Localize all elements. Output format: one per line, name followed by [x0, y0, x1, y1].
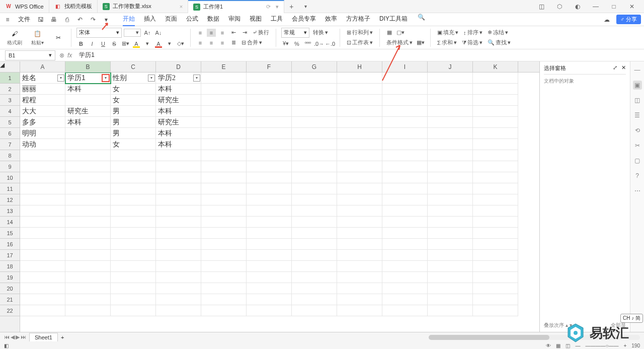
cut-group[interactable]: ✂ [51, 33, 66, 42]
select-all-corner[interactable]: ◢ [0, 61, 20, 72]
format-painter-group[interactable]: 🖌格式刷 [5, 29, 24, 46]
tab-view[interactable]: 视图 [250, 13, 262, 26]
rail-filter-icon[interactable]: ☰ [633, 111, 642, 120]
col-E[interactable]: E [201, 61, 247, 72]
row-7[interactable]: 7 [0, 139, 20, 150]
col-D[interactable]: D [156, 61, 201, 72]
tab-start[interactable]: 开始 [123, 13, 135, 26]
cancel-formula-icon[interactable]: ⊗ [59, 52, 64, 59]
tab-list-button[interactable]: ▾ [298, 0, 312, 13]
align-bottom-icon[interactable]: ≡ [218, 29, 227, 37]
pane-close-icon[interactable]: ✕ [621, 64, 626, 71]
find-button[interactable]: 🔍查找▾ [486, 39, 512, 47]
indent-left-icon[interactable]: ⇤ [229, 29, 238, 37]
cell-C1[interactable]: 性别▾ [111, 73, 156, 84]
col-K[interactable]: K [473, 61, 518, 72]
col-J[interactable]: J [428, 61, 473, 72]
percent-icon[interactable]: % [292, 40, 301, 48]
menu-icon[interactable]: ≡ [3, 15, 12, 24]
tab-diy[interactable]: DIY工具箱 [379, 13, 408, 26]
sheet-last-icon[interactable]: ⏭ [21, 334, 26, 340]
share-button[interactable]: ♂ 分享 [616, 15, 641, 24]
row-18[interactable]: 18 [0, 261, 20, 272]
font-grow-icon[interactable]: A↑ [143, 29, 152, 37]
rail-style-icon[interactable]: ◫ [633, 96, 642, 105]
row-col-button[interactable]: ⊞行和列▾ [345, 29, 374, 37]
minimize-button[interactable]: — [589, 0, 603, 13]
highlight-button[interactable]: A [132, 40, 141, 48]
merge-button[interactable]: ⊟合并▾ [240, 39, 264, 47]
font-color-button[interactable]: A [154, 40, 163, 48]
col-I[interactable]: I [382, 61, 428, 72]
fill-button[interactable]: ▣填充▾ [436, 29, 460, 37]
fx-icon[interactable]: fx [67, 52, 72, 59]
name-box[interactable]: B1▾ [5, 50, 55, 60]
col-G[interactable]: G [292, 61, 337, 72]
zoom-in-icon[interactable]: + [623, 343, 626, 348]
sheet-first-icon[interactable]: ⏮ [4, 334, 10, 340]
clear-format-button[interactable]: ◇▾ [176, 40, 185, 48]
row-9[interactable]: 9 [0, 161, 20, 172]
ime-badge[interactable]: CH ♪ 简 [620, 314, 643, 323]
rail-more-icon[interactable]: ⋯ [633, 186, 642, 195]
row-12[interactable]: 12 [0, 194, 20, 205]
row-19[interactable]: 19 [0, 272, 20, 283]
align-center-icon[interactable]: ≡ [207, 39, 216, 47]
cell-A1[interactable]: 姓名▾ [20, 73, 65, 84]
print-icon[interactable]: 🖶 [49, 15, 58, 24]
tab-efficiency[interactable]: 效率 [325, 13, 337, 26]
cond-format-button[interactable]: 条件格式▾ [385, 39, 414, 47]
tab-workbook-count[interactable]: S工作簿数量.xlsx× [98, 0, 188, 13]
row-15[interactable]: 15 [0, 228, 20, 239]
rail-select-icon[interactable]: ▣ [633, 81, 642, 90]
filter-dropdown-B1[interactable]: ▾ [102, 74, 110, 82]
tab-insert[interactable]: 插入 [144, 13, 156, 26]
print-preview-icon[interactable]: ⎙ [62, 15, 71, 24]
pane-pin-icon[interactable]: ⤢ [613, 64, 617, 71]
align-middle-icon[interactable]: ≡ [207, 29, 216, 37]
cell-D1[interactable]: 学历2▾ [156, 73, 201, 84]
sheet-tab-1[interactable]: Sheet1 [29, 333, 58, 341]
view-page-icon[interactable]: ▦ [556, 343, 560, 348]
tab-wps-office[interactable]: WWPS Office [0, 0, 49, 13]
row-2[interactable]: 2 [0, 84, 20, 95]
filter-button[interactable]: ⧩筛选▾ [460, 39, 484, 47]
align-top-icon[interactable]: ≡ [196, 29, 205, 37]
tab-formula[interactable]: 公式 [186, 13, 198, 26]
border-button[interactable]: ⊞▾ [121, 40, 130, 48]
freeze-button[interactable]: ❄冻结▾ [486, 29, 510, 37]
rail-collapse-icon[interactable]: — [633, 65, 642, 75]
indent-right-icon[interactable]: ⇥ [240, 29, 249, 37]
row-8[interactable]: 8 [0, 150, 20, 161]
avatar-icon[interactable]: ◐ [571, 0, 585, 13]
tab-workbook1[interactable]: S工作簿1⟳▾ [188, 0, 284, 13]
decimal-inc-icon[interactable]: .0→ [314, 40, 324, 48]
rail-backup-icon[interactable]: ⟲ [633, 126, 642, 135]
save-icon[interactable]: 🖫 [36, 15, 45, 24]
filter-dropdown-C1[interactable]: ▾ [148, 75, 155, 82]
cells-area[interactable]: 姓名▾ 学历1▾ 性别▾ 学历2▾ 丽丽本科女本科 程程女研究生 大大研究生男本… [20, 73, 539, 332]
justify-icon[interactable]: ≣ [229, 39, 238, 47]
align-right-icon[interactable]: ≡ [218, 39, 227, 47]
row-10[interactable]: 10 [0, 172, 20, 183]
add-sheet-button[interactable]: + [61, 334, 64, 340]
row-1[interactable]: 1 [0, 73, 20, 84]
tab-member[interactable]: 会员专享 [292, 13, 316, 26]
tab-review[interactable]: 审阅 [228, 13, 240, 26]
row-20[interactable]: 20 [0, 283, 20, 294]
tab-data[interactable]: 数据 [207, 13, 219, 26]
font-size-select[interactable]: ▾ [124, 29, 141, 37]
search-menu-icon[interactable]: 🔍 [417, 13, 426, 22]
tab-page[interactable]: 页面 [165, 13, 177, 26]
align-left-icon[interactable]: ≡ [196, 39, 205, 47]
worksheet-button[interactable]: ⊡工作表▾ [345, 39, 374, 47]
row-22[interactable]: 22 [0, 305, 20, 316]
row-21[interactable]: 21 [0, 294, 20, 305]
file-menu[interactable]: 文件 [16, 15, 32, 24]
zoom-out-icon[interactable]: — [575, 343, 580, 348]
tab-template[interactable]: ◧找稻壳模板 [49, 0, 98, 13]
row-6[interactable]: 6 [0, 128, 20, 139]
rail-settings-icon[interactable]: ▢ [633, 156, 642, 165]
decimal-dec-icon[interactable]: ←.0 [326, 40, 335, 48]
col-B[interactable]: B [65, 61, 111, 72]
